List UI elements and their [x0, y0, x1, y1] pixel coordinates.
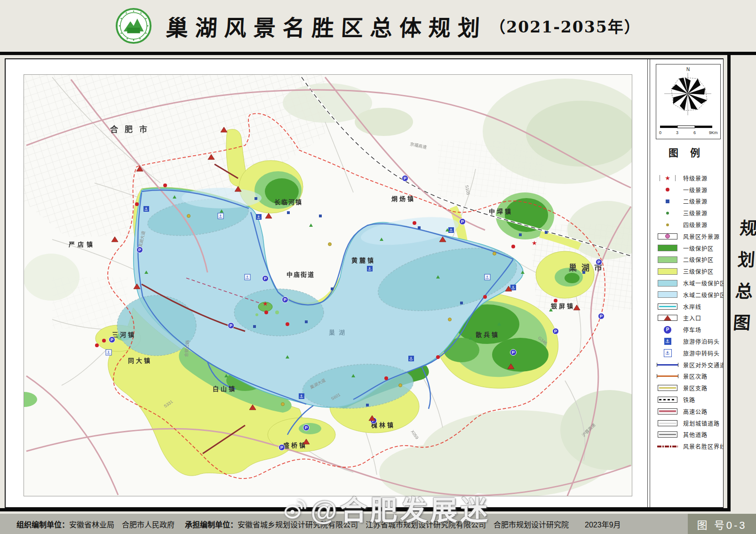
map-label-town: 同大镇 — [128, 357, 152, 364]
legend-list: ★特级景源一级景源二级景源三级景源四级景源风景区外景源一级保护区二级保护区三级保… — [650, 172, 723, 452]
legend-label: 景区支路 — [683, 384, 708, 392]
svg-text:⚓: ⚓ — [106, 350, 111, 355]
grade1-scenic-dot — [436, 355, 440, 359]
sheet-name: 规划总图 — [726, 219, 756, 345]
bottom-rule — [0, 508, 731, 511]
legend-item-6: 一级保护区 — [650, 242, 723, 254]
legend-label: 水域一级保护区 — [683, 279, 723, 287]
legend-swatch-rect — [656, 291, 679, 298]
grade1-scenic-dot — [135, 202, 139, 206]
grade1-scenic-dot — [384, 376, 388, 380]
pier-icon: ⚓ — [299, 393, 304, 399]
pier-icon: ⚓ — [448, 227, 454, 233]
grade2-scenic-square — [305, 320, 308, 323]
legend-label: 三级保护区 — [683, 267, 714, 275]
plate-number: 图 号0-3 — [688, 514, 756, 534]
map-canvas[interactable]: 滨湖大道巢湖大道S601S331G346S105X059合铜公路京福高速沪蓉高速… — [24, 74, 632, 496]
legend-item-1: 一级景源 — [650, 184, 723, 196]
legend-item-8: 三级保护区 — [650, 265, 723, 277]
chaohu-map[interactable]: 滨湖大道巢湖大道S601S331G346S105X059合铜公路京福高速沪蓉高速… — [24, 75, 632, 496]
lake-label: 巢湖 — [329, 329, 349, 336]
top-scenic-star-icon: ★ — [263, 300, 268, 307]
legend-item-21: 规划城镇道路 — [650, 417, 723, 429]
legend-title: 图 例 — [650, 145, 723, 159]
legend-swatch-boundary — [656, 446, 679, 447]
org-label: 组织编制单位： — [16, 521, 69, 529]
map-label-town: 三河镇 — [112, 331, 136, 338]
scale-bar: 0 3 6 9Km — [659, 126, 718, 135]
svg-text:P: P — [597, 260, 600, 264]
legend-swatch-line-box — [656, 303, 679, 310]
grade4-scenic-dot — [328, 243, 332, 246]
pier-icon: ⚓ — [367, 266, 373, 271]
legend-swatch-line-ticks — [656, 363, 679, 367]
legend-label: 一级景源 — [683, 186, 708, 194]
legend-item-20: 高速公路 — [650, 406, 723, 417]
side-strip: 规划总图 — [731, 55, 756, 508]
legend-swatch-rect — [656, 280, 679, 287]
grade2-scenic-square — [366, 404, 369, 406]
org-value: 安徽省林业局 合肥市人民政府 — [69, 521, 175, 529]
legend-label: 规划城镇道路 — [683, 419, 720, 427]
legend-swatch-rect — [656, 268, 679, 275]
map-label-town: 严店镇 — [68, 241, 95, 248]
svg-text:⚓: ⚓ — [449, 228, 453, 233]
legend-item-13: P停车场 — [650, 324, 723, 335]
parking-icon: P — [282, 297, 288, 303]
legend-item-15: ⚓旅游中转码头 — [650, 347, 723, 359]
svg-text:⚓: ⚓ — [485, 275, 489, 280]
svg-text:P: P — [554, 329, 557, 334]
map-label-town: 长临河镇 — [274, 199, 302, 206]
grade2-scenic-square — [255, 197, 257, 200]
parking-icon: P — [598, 313, 605, 319]
legend-item-7: 二级保护区 — [650, 254, 723, 266]
grade1-scenic-dot — [413, 221, 416, 225]
legend-swatch-triangle-box — [656, 315, 679, 321]
legend-item-5: 风景区外景源 — [650, 231, 723, 242]
legend-item-12: 主入口 — [650, 312, 723, 324]
top-scenic-star-icon: ★ — [532, 239, 537, 247]
svg-text:6: 6 — [693, 130, 696, 135]
legend-label: 停车场 — [683, 326, 701, 334]
svg-text:P: P — [111, 337, 113, 342]
page-title: 巢湖风景名胜区总体规划 — [165, 10, 488, 42]
svg-text:P: P — [230, 323, 232, 328]
map-label-town: 银屏镇 — [551, 303, 575, 310]
svg-text:⚓: ⚓ — [299, 394, 303, 399]
legend-swatch-line-box — [656, 420, 679, 426]
svg-text:⚓: ⚓ — [511, 285, 515, 290]
legend-item-17: 景区次路 — [650, 371, 723, 383]
map-label-town: 白山镇 — [213, 385, 237, 392]
legend-swatch-rect — [656, 245, 679, 251]
grade4-scenic-dot — [399, 384, 402, 387]
grade1-scenic-dot — [554, 299, 557, 303]
grade2-scenic-square — [519, 233, 522, 236]
grade4-scenic-dot — [187, 215, 191, 218]
svg-text:⚓: ⚓ — [144, 207, 148, 212]
undertake-value: 安徽省城乡规划设计研究院有限公司 江苏省城市规划设计研究院有限公司 合肥市规划设… — [238, 521, 569, 529]
svg-text:P: P — [305, 425, 308, 430]
parking-icon: P — [553, 328, 559, 335]
legend-item-23: 风景名胜区界线 — [650, 440, 723, 452]
svg-text:P: P — [461, 219, 464, 224]
parking-icon: P — [263, 276, 269, 282]
legend-label: 特级景源 — [683, 174, 708, 182]
legend-swatch-line-ticks — [656, 374, 679, 378]
scenic-area-emblem-icon — [115, 8, 152, 44]
legend-item-10: 水域二级保护区 — [650, 289, 723, 301]
legend-swatch-square — [656, 199, 679, 203]
legend-swatch-dot — [656, 212, 679, 215]
legend-swatch-dash-box — [656, 397, 679, 403]
legend-item-2: 二级景源 — [650, 196, 723, 207]
legend-item-9: 水域一级保护区 — [650, 277, 723, 289]
legend-item-19: 铁路 — [650, 394, 723, 406]
legend-swatch-line-box — [656, 408, 679, 414]
compass-scale-box: N 0 3 6 9 — [656, 64, 721, 139]
legend-label: 景区对外交通道路 — [683, 361, 723, 369]
transfer-pier-icon: ⚓ — [218, 213, 223, 219]
legend-swatch-rect — [656, 256, 679, 263]
legend-swatch-line-box — [656, 385, 679, 391]
parking-icon: P — [303, 425, 310, 431]
legend-item-22: 其他道路 — [650, 429, 723, 441]
legend-label: 水岸线 — [683, 303, 701, 311]
